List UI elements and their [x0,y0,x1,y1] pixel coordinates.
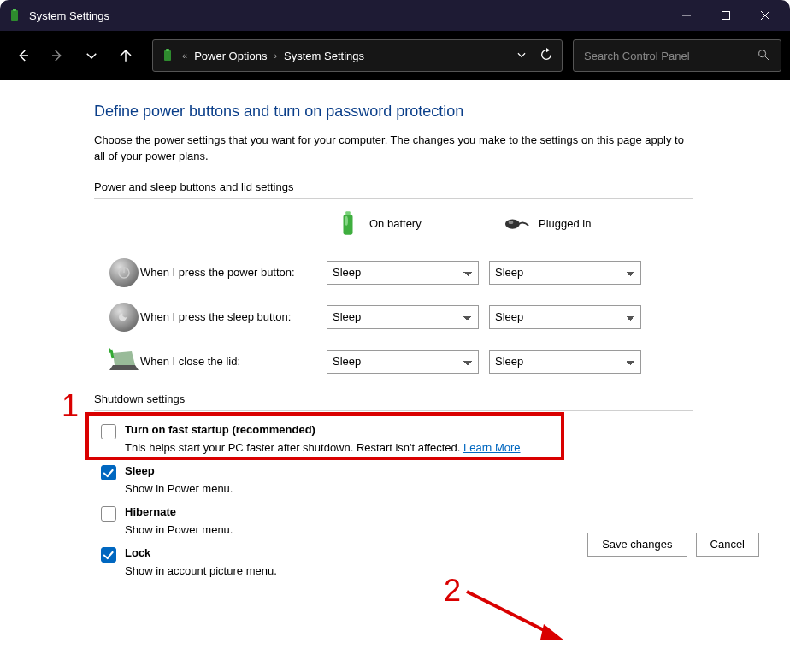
forward-button[interactable] [43,41,72,70]
plug-icon [504,211,530,237]
page-description: Choose the power settings that you want … [94,133,693,165]
maximize-button[interactable] [706,0,746,31]
lid-plugged-select[interactable]: Sleep [489,350,641,374]
checkbox-hibernate[interactable] [101,506,116,522]
address-dropdown[interactable] [516,49,528,63]
address-icon [162,49,175,62]
svg-rect-8 [164,50,171,61]
svg-rect-3 [722,12,730,20]
sleep-button-plugged-select[interactable]: Sleep [489,305,641,329]
breadcrumb-item-power-options[interactable]: Power Options [194,50,267,62]
close-button[interactable] [746,0,785,31]
svg-rect-1 [13,9,16,11]
fast-startup-subtext: This helps start your PC faster after sh… [125,441,693,454]
svg-rect-9 [166,49,169,51]
section-title-power: Power and sleep buttons and lid settings [94,180,693,193]
up-button[interactable] [111,41,140,70]
col-plugged-label: Plugged in [539,217,591,230]
footer-buttons: Save changes Cancel [587,533,759,557]
svg-point-14 [345,216,348,226]
svg-rect-0 [11,10,18,21]
lock-label: Lock [125,546,150,559]
hibernate-label: Hibernate [125,505,176,518]
svg-point-16 [509,221,514,224]
battery-icon [335,211,361,237]
section-title-shutdown: Shutdown settings [94,392,693,405]
back-button[interactable] [9,41,38,70]
window-title: System Settings [29,9,667,22]
toolbar: « Power Options › System Settings Search… [0,31,790,80]
minimize-button[interactable] [667,0,706,31]
breadcrumb: « Power Options › System Settings [182,50,516,62]
breadcrumb-root-sep: « [182,50,187,61]
annotation-number-1: 1 [62,388,79,424]
col-plugged: Plugged in [504,211,674,237]
power-row-power-button: When I press the power button: Sleep Sle… [94,251,693,295]
power-row-sleep-button: When I press the sleep button: Sleep Sle… [94,295,693,339]
recent-locations-button[interactable] [77,41,106,70]
sleep-label: Sleep [125,464,155,477]
lid-row-label: When I close the lid: [140,355,327,368]
checkbox-lock[interactable] [101,547,116,563]
divider [94,198,693,199]
sleep-button-battery-select[interactable]: Sleep [327,305,479,329]
breadcrumb-sep: › [274,50,277,61]
divider [94,410,693,411]
lid-battery-select[interactable]: Sleep [327,350,479,374]
save-button[interactable]: Save changes [587,533,687,557]
svg-point-15 [505,219,520,228]
power-row-close-lid: When I close the lid: Sleep Sleep [94,339,693,384]
breadcrumb-item-system-settings[interactable]: System Settings [284,50,364,62]
svg-line-19 [467,592,554,635]
sleep-subtext: Show in Power menu. [125,482,693,495]
annotation-number-2: 2 [444,573,461,609]
svg-rect-12 [344,215,353,235]
power-row-label: When I press the power button: [140,266,327,279]
column-headers: On battery Plugged in [335,211,693,237]
page-title: Define power buttons and turn on passwor… [94,103,693,121]
svg-rect-13 [345,211,351,215]
col-battery: On battery [335,211,504,237]
fast-startup-label: Turn on fast startup (recommended) [125,423,315,436]
svg-marker-20 [540,624,564,640]
titlebar: System Settings [0,0,790,31]
checkbox-fast-startup[interactable] [101,424,116,439]
power-button-icon [109,258,139,287]
power-button-plugged-select[interactable]: Sleep [489,261,641,285]
svg-point-10 [759,50,766,56]
content-area: Define power buttons and turn on passwor… [0,80,790,577]
annotation-arrow [462,587,581,655]
address-bar[interactable]: « Power Options › System Settings [152,39,563,72]
svg-line-11 [765,56,769,60]
col-battery-label: On battery [369,217,422,230]
checkbox-sleep[interactable] [101,465,116,480]
lock-subtext: Show in account picture menu. [125,564,693,577]
sleep-row-label: When I press the sleep button: [140,310,327,323]
search-placeholder: Search Control Panel [584,50,757,62]
refresh-button[interactable] [539,48,553,64]
search-input[interactable]: Search Control Panel [573,39,781,72]
laptop-icon [109,348,140,374]
search-icon [757,48,770,64]
power-button-battery-select[interactable]: Sleep [327,261,479,285]
learn-more-link[interactable]: Learn More [463,441,520,454]
cancel-button[interactable]: Cancel [696,533,759,557]
sleep-button-icon [109,303,139,332]
app-icon [9,9,22,22]
